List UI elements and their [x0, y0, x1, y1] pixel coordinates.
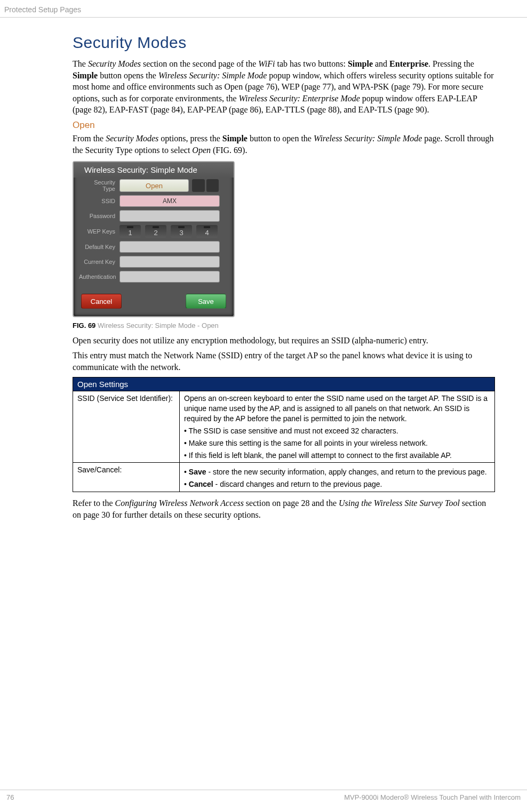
page-footer: 76 MVP-9000i Modero® Wireless Touch Pane…: [0, 790, 527, 801]
table-cell-body: Opens an on-screen keyboard to enter the…: [180, 391, 495, 463]
list-item: If this field is left blank, the panel w…: [184, 451, 490, 461]
wep-key-4[interactable]: 4: [196, 225, 218, 238]
text-italic: Open: [192, 146, 211, 155]
text: section on the second page of the: [141, 59, 258, 68]
table-row: SSID (Service Set Identifier): Opens an …: [73, 391, 495, 463]
table-cell-label: SSID (Service Set Identifier):: [73, 391, 180, 463]
page-number: 76: [6, 793, 14, 801]
label-ssid: SSID: [79, 198, 119, 204]
intro-paragraph: The Security Modes section on the second…: [73, 58, 495, 116]
security-type-select[interactable]: Open: [119, 179, 189, 192]
heading-security-modes: Security Modes: [73, 34, 495, 52]
figure-description: Wireless Security: Simple Mode - Open: [95, 321, 218, 329]
text-bold: Save: [189, 468, 206, 476]
text: button to open the: [247, 134, 314, 143]
figure-69: Wireless Security: Simple Mode Security …: [73, 161, 495, 329]
table-header: Open Settings: [73, 377, 495, 391]
label-current-key: Current Key: [79, 259, 119, 265]
text: The: [73, 59, 88, 68]
text-italic: Security Modes: [106, 134, 158, 143]
paragraph: Open security does not utilize any encry…: [73, 335, 495, 347]
label-authentication: Authentication: [79, 274, 119, 280]
figure-caption: FIG. 69 Wireless Security: Simple Mode -…: [73, 321, 495, 329]
text-bold: Simple: [348, 59, 373, 68]
current-key-field[interactable]: [119, 256, 220, 268]
authentication-field[interactable]: [119, 271, 220, 283]
text: (FIG. 69).: [211, 146, 247, 155]
paragraph: This entry must match the Network Name (…: [73, 350, 495, 373]
text-bold: Simple: [222, 134, 247, 143]
text: - discard changes and return to the prev…: [213, 480, 382, 488]
label-default-key: Default Key: [79, 244, 119, 250]
text: options, press the: [158, 134, 222, 143]
wep-keys-group: 1 2 3 4: [119, 225, 218, 238]
label-password: Password: [79, 213, 119, 219]
text: tab has two buttons:: [275, 59, 347, 68]
text: button opens the: [98, 71, 158, 80]
table-cell-label: Save/Cancel:: [73, 463, 180, 492]
text-italic: Using the Wireless Site Survey Tool: [339, 499, 460, 508]
text-italic: WiFi: [258, 59, 275, 68]
stepper-arrows[interactable]: [192, 179, 219, 192]
wep-key-2[interactable]: 2: [145, 225, 166, 238]
text-italic: Wireless Security: Enterprise Mode: [238, 94, 360, 103]
text-bold: Cancel: [189, 480, 213, 488]
text: section on page 28 and the: [244, 499, 339, 508]
table-cell-body: Save - store the new security informatio…: [180, 463, 495, 492]
text: Opens an on-screen keyboard to enter the…: [184, 394, 488, 423]
figure-number: FIG. 69: [73, 321, 95, 329]
list-item: Make sure this setting is the same for a…: [184, 438, 490, 448]
text: Refer to the: [73, 499, 115, 508]
text: and: [373, 59, 389, 68]
table-row: Save/Cancel: Save - store the new securi…: [73, 463, 495, 492]
text: - store the new security information, ap…: [206, 468, 487, 476]
ssid-field[interactable]: AMX: [119, 195, 220, 207]
list-item: Save - store the new security informatio…: [184, 467, 490, 477]
bullet-list: Save - store the new security informatio…: [184, 467, 490, 489]
open-settings-table: Open Settings SSID (Service Set Identifi…: [73, 377, 495, 492]
wireless-security-panel: Wireless Security: Simple Mode Security …: [73, 161, 235, 317]
text: . Pressing the: [428, 59, 474, 68]
text-italic: Wireless Security: Simple Mode: [314, 134, 422, 143]
open-paragraph: From the Security Modes options, press t…: [73, 133, 495, 156]
text-italic: Wireless Security: Simple Mode: [158, 71, 267, 80]
text-italic: Security Modes: [88, 59, 141, 68]
text-bold: Enterprise: [389, 59, 428, 68]
default-key-field[interactable]: [119, 241, 220, 253]
save-button[interactable]: Save: [186, 294, 226, 309]
label-security-type: Security Type: [79, 179, 119, 192]
arrow-left-icon[interactable]: [192, 179, 205, 192]
cancel-button[interactable]: Cancel: [81, 294, 122, 309]
wep-key-3[interactable]: 3: [171, 225, 192, 238]
heading-open: Open: [73, 120, 495, 131]
bullet-list: The SSID is case sensitive and must not …: [184, 426, 490, 461]
page-content: Security Modes The Security Modes sectio…: [0, 18, 527, 520]
list-item: Cancel - discard changes and return to t…: [184, 479, 490, 489]
text-italic: Configuring Wireless Network Access: [115, 499, 244, 508]
wep-key-1[interactable]: 1: [119, 225, 141, 238]
label-wep-keys: WEP Keys: [79, 228, 119, 235]
product-name: MVP-9000i Modero® Wireless Touch Panel w…: [344, 793, 521, 801]
password-field[interactable]: [119, 210, 220, 222]
panel-title: Wireless Security: Simple Mode: [74, 162, 234, 178]
arrow-right-icon[interactable]: [206, 179, 219, 192]
closing-paragraph: Refer to the Configuring Wireless Networ…: [73, 497, 495, 520]
text: From the: [73, 134, 106, 143]
list-item: The SSID is case sensitive and must not …: [184, 426, 490, 436]
text-bold: Simple: [73, 71, 98, 80]
section-header: Protected Setup Pages: [0, 0, 527, 18]
